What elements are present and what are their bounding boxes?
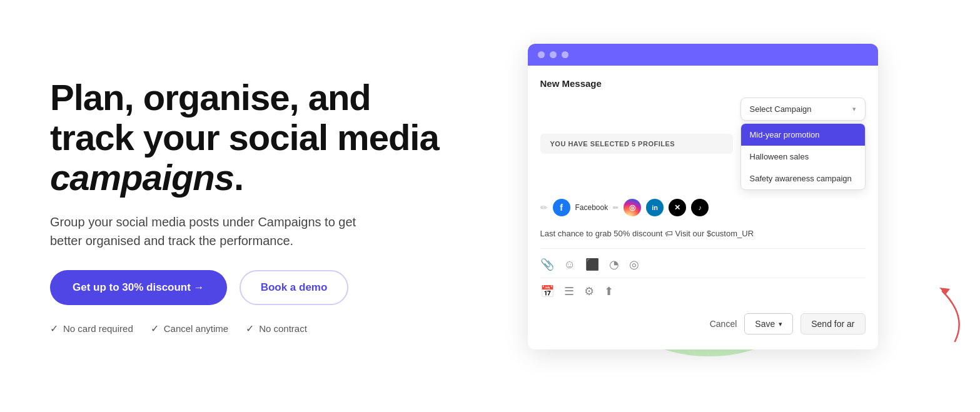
facebook-icon[interactable]: f <box>553 199 570 216</box>
arrow-svg <box>905 279 980 354</box>
dropdown-item-0[interactable]: Mid-year promotion <box>741 124 865 146</box>
trust-item-2: ✓ Cancel anytime <box>151 323 228 334</box>
cta-row: Get up to 30% discount → Book a demo <box>50 270 450 305</box>
headline-line1: Plan, organise, and <box>50 77 371 118</box>
subtext: Group your social media posts under Camp… <box>50 213 388 250</box>
footer-row: Cancel Save ▾ Send for ar <box>540 308 866 334</box>
save-button[interactable]: Save ▾ <box>744 313 793 334</box>
dropdown-placeholder: Select Campaign <box>750 104 812 114</box>
calendar-icon[interactable]: 📅 <box>540 284 554 298</box>
browser-bar <box>528 44 878 66</box>
headline-italic: campaigns <box>50 157 234 198</box>
headline-line2: track your social media <box>50 117 439 158</box>
dropdown-trigger[interactable]: Select Campaign ▾ <box>740 98 866 121</box>
demo-button[interactable]: Book a demo <box>240 270 349 305</box>
tablet-icon[interactable]: ⬛ <box>585 258 599 271</box>
dropdown-item-1[interactable]: Halloween sales <box>741 146 865 168</box>
chevron-down-icon: ▾ <box>852 105 856 113</box>
browser-dot-3 <box>562 51 568 58</box>
check-icon-3: ✓ <box>246 323 254 334</box>
new-message-title: New Message <box>540 78 866 89</box>
profiles-bar: YOU HAVE SELECTED 5 PROFILES <box>540 134 733 154</box>
campaign-dropdown[interactable]: Select Campaign ▾ Mid-year promotion Hal… <box>740 98 866 190</box>
toolbar-row-1: 📎 ☺ ⬛ ◔ ◎ <box>540 249 866 278</box>
browser-dot-2 <box>550 51 557 58</box>
cancel-button[interactable]: Cancel <box>710 319 737 329</box>
settings-icon[interactable]: ⚙ <box>584 284 594 298</box>
instagram-icon[interactable]: ◎ <box>624 199 641 216</box>
discount-button[interactable]: Get up to 30% discount → <box>50 270 227 305</box>
trust-item-1: ✓ No card required <box>50 323 133 334</box>
headline-period: . <box>234 157 243 198</box>
location-icon[interactable]: ◎ <box>629 258 639 271</box>
social-row: ✏ f Facebook ✏ ◎ in ✕ ♪ <box>540 199 866 216</box>
save-chevron-icon: ▾ <box>779 320 782 328</box>
save-label: Save <box>755 319 775 329</box>
trust-label-2: Cancel anytime <box>164 323 228 334</box>
facebook-label: Facebook <box>575 203 609 212</box>
tiktok-icon[interactable]: ♪ <box>691 199 709 216</box>
toolbar-row-2: 📅 ☰ ⚙ ⬆ <box>540 278 866 308</box>
message-preview: Last chance to grab 50% discount 🏷 Visit… <box>540 224 866 249</box>
left-section: Plan, organise, and track your social me… <box>50 78 450 334</box>
dropdown-item-2[interactable]: Safety awareness campaign <box>741 168 865 189</box>
headline: Plan, organise, and track your social me… <box>50 78 450 197</box>
trust-row: ✓ No card required ✓ Cancel anytime ✓ No… <box>50 323 450 334</box>
send-button[interactable]: Send for ar <box>801 313 865 334</box>
edit-icon-fb[interactable]: ✏ <box>613 204 619 212</box>
browser-window: New Message YOU HAVE SELECTED 5 PROFILES… <box>528 44 878 349</box>
page-container: Plan, organise, and track your social me… <box>0 6 980 406</box>
browser-dot-1 <box>538 51 545 58</box>
share-icon[interactable]: ⬆ <box>604 284 614 298</box>
dropdown-menu: Mid-year promotion Halloween sales Safet… <box>740 123 866 190</box>
list-icon[interactable]: ☰ <box>564 284 574 298</box>
x-icon[interactable]: ✕ <box>669 199 686 216</box>
check-icon-2: ✓ <box>151 323 159 334</box>
trust-item-3: ✓ No contract <box>246 323 307 334</box>
trust-label-1: No card required <box>63 323 133 334</box>
pencil-icon-left[interactable]: ✏ <box>540 203 548 213</box>
right-section: New Message YOU HAVE SELECTED 5 PROFILES… <box>488 31 930 381</box>
browser-content: New Message YOU HAVE SELECTED 5 PROFILES… <box>528 66 878 349</box>
emoji-icon[interactable]: ☺ <box>564 258 575 271</box>
linkedin-icon[interactable]: in <box>646 199 664 216</box>
attachment-icon[interactable]: 📎 <box>540 258 554 271</box>
clock-icon[interactable]: ◔ <box>609 258 619 271</box>
arrow-annotation <box>905 279 980 356</box>
check-icon-1: ✓ <box>50 323 58 334</box>
trust-label-3: No contract <box>259 323 307 334</box>
